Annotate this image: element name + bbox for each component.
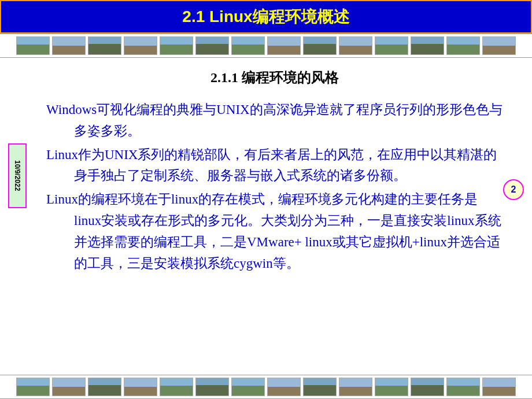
thumbnail [339,378,372,396]
thumbnail [339,36,372,55]
bottom-image-strip [0,375,532,399]
thumbnail [88,378,121,396]
body-text: Windows可视化编程的典雅与UNIX的高深诡异造就了程序员行列的形形色色与多… [46,99,503,274]
thumbnail [482,378,516,396]
paragraph: Windows可视化编程的典雅与UNIX的高深诡异造就了程序员行列的形形色色与多… [46,99,503,142]
thumbnail [160,378,193,396]
paragraph: Linux的编程环境在于linux的存在模式，编程环境多元化构建的主要任务是li… [46,189,503,274]
thumbnail [303,378,337,396]
slide-header: 2.1 Linux编程环境概述 [0,0,532,34]
thumbnail [52,36,86,55]
thumbnail [411,36,444,55]
thumbnail [411,378,444,396]
thumbnail [446,378,480,396]
content-area: 2.1.1 编程环境的风格 Windows可视化编程的典雅与UNIX的高深诡异造… [0,58,532,282]
thumbnail [16,378,50,396]
section-subtitle: 2.1.1 编程环境的风格 [46,68,503,87]
thumbnail [16,36,50,55]
thumbnail [124,378,157,396]
thumbnail [267,378,301,396]
thumbnail [446,36,480,55]
page-number-text: 2 [511,184,516,195]
top-image-strip [0,34,532,58]
thumbnail [52,378,86,396]
thumbnail [375,378,408,396]
thumbnail [231,378,265,396]
slide-title: 2.1 Linux编程环境概述 [182,6,349,28]
thumbnail [160,36,193,55]
thumbnail [88,36,121,55]
thumbnail [231,36,265,55]
page-number-badge: 2 [503,179,524,200]
thumbnail [303,36,337,55]
thumbnail [375,36,408,55]
paragraph: Linux作为UNIX系列的精锐部队，有后来者居上的风范，在应用中以其精湛的身手… [46,145,503,187]
date-sidebar: 10/9/2022 [8,143,27,208]
date-text: 10/9/2022 [13,160,21,191]
thumbnail [195,36,229,55]
thumbnail [124,36,157,55]
thumbnail [482,36,516,55]
thumbnail [195,378,229,396]
thumbnail [267,36,301,55]
